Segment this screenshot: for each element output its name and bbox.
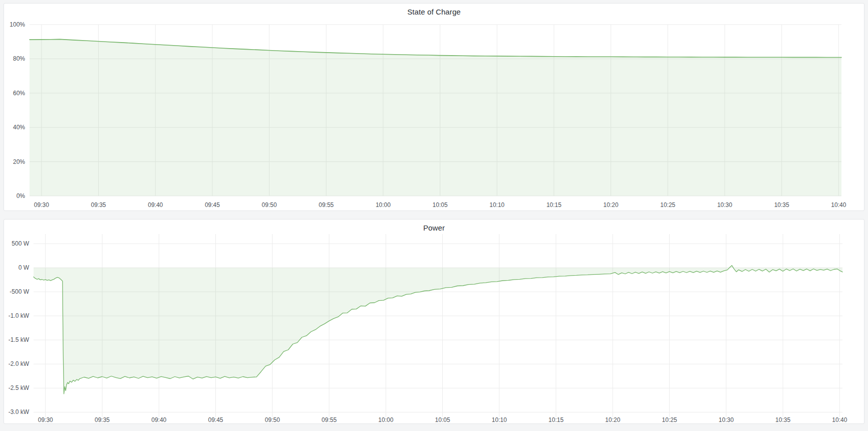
panel-power: Power 500 W0 W-500 W-1.0 kW-1.5 kW-2.0 k… <box>4 219 864 424</box>
dashboard-page: State of Charge 100%80%60%40%20%0%09:300… <box>0 0 868 431</box>
x-tick-label: 10:35 <box>774 201 789 208</box>
y-tick-label: -2.5 kW <box>9 384 30 391</box>
y-tick-label: 0% <box>17 192 26 199</box>
x-tick-label: 09:35 <box>91 201 106 208</box>
x-tick-label: 10:15 <box>548 416 563 423</box>
panel-state-of-charge: State of Charge 100%80%60%40%20%0%09:300… <box>4 3 864 211</box>
y-tick-label: -3.0 kW <box>9 408 30 415</box>
power-series-area <box>34 266 842 394</box>
y-tick-label: 80% <box>13 55 25 62</box>
x-tick-label: 09:50 <box>265 416 280 423</box>
x-tick-label: 10:40 <box>832 416 847 423</box>
x-tick-label: 10:00 <box>378 416 393 423</box>
x-tick-label: 10:05 <box>435 416 450 423</box>
x-tick-label: 10:20 <box>605 416 620 423</box>
x-tick-label: 10:10 <box>489 201 504 208</box>
x-tick-label: 10:35 <box>775 416 790 423</box>
y-tick-label: 40% <box>13 124 25 131</box>
x-tick-label: 09:45 <box>205 201 220 208</box>
x-tick-label: 10:40 <box>831 201 846 208</box>
y-tick-label: 60% <box>13 90 25 97</box>
x-tick-label: 09:50 <box>262 201 277 208</box>
x-tick-label: 09:35 <box>95 416 110 423</box>
x-tick-label: 09:40 <box>148 201 163 208</box>
y-tick-label: 500 W <box>12 240 29 247</box>
x-tick-label: 10:15 <box>546 201 561 208</box>
y-tick-label: 100% <box>10 21 25 28</box>
x-tick-label: 09:30 <box>34 201 49 208</box>
x-tick-label: 09:30 <box>38 416 53 423</box>
x-tick-label: 10:20 <box>604 201 619 208</box>
x-tick-label: 09:55 <box>322 416 337 423</box>
y-tick-label: -1.5 kW <box>9 336 30 343</box>
y-tick-label: 0 W <box>19 264 30 271</box>
x-tick-label: 10:10 <box>492 416 507 423</box>
y-tick-label: -500 W <box>10 288 29 295</box>
state-of-charge-chart-canvas[interactable]: 100%80%60%40%20%0%09:3009:3509:4009:4509… <box>4 4 863 210</box>
x-tick-label: 09:55 <box>319 201 334 208</box>
y-tick-label: -1.0 kW <box>9 312 30 319</box>
x-tick-label: 09:40 <box>151 416 166 423</box>
power-chart-canvas[interactable]: 500 W0 W-500 W-1.0 kW-1.5 kW-2.0 kW-2.5 … <box>4 220 863 423</box>
x-tick-label: 09:45 <box>208 416 223 423</box>
soc-series-area <box>30 39 841 196</box>
x-tick-label: 10:30 <box>719 416 734 423</box>
x-tick-label: 10:25 <box>660 201 675 208</box>
y-tick-label: 20% <box>13 158 25 165</box>
x-tick-label: 10:05 <box>433 201 448 208</box>
x-tick-label: 10:00 <box>376 201 391 208</box>
x-tick-label: 10:30 <box>717 201 732 208</box>
y-tick-label: -2.0 kW <box>9 360 30 367</box>
x-tick-label: 10:25 <box>662 416 677 423</box>
